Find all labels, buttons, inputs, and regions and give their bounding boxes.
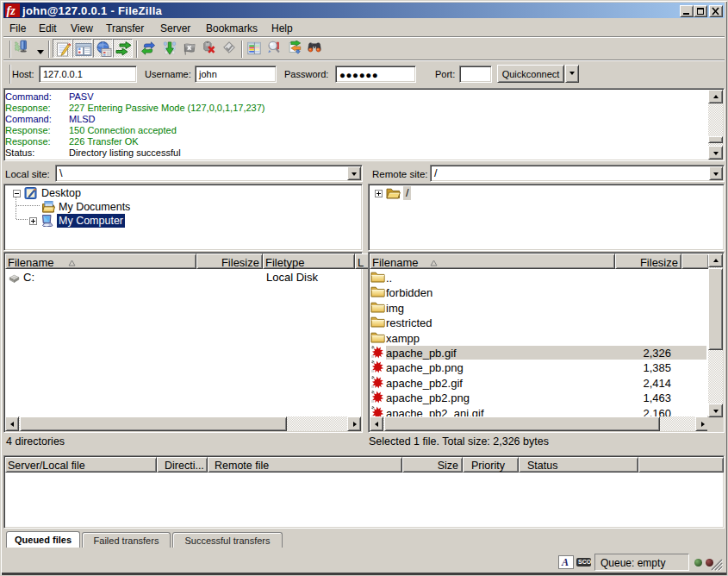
svg-text:fz: fz (7, 4, 16, 17)
